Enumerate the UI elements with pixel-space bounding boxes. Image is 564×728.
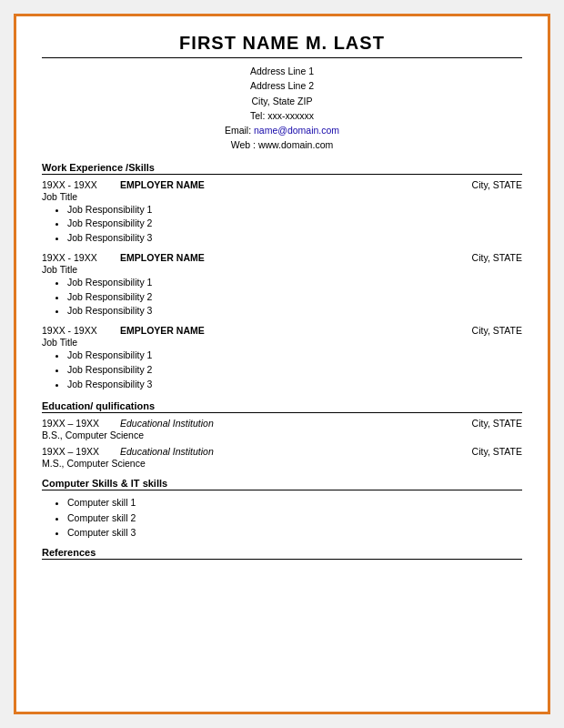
job1-employer: EMPLOYER NAME [120,179,205,190]
edu-entry-1: 19XX – 19XX Educational Institution City… [42,418,522,440]
list-item: Job Responsibility 3 [67,231,522,246]
edu-line-2: 19XX – 19XX Educational Institution City… [42,446,522,457]
job2-employer: EMPLOYER NAME [120,252,205,263]
email-link[interactable]: name@domain.com [254,125,339,136]
list-item: Job Responsibility 3 [67,378,522,392]
job-entry-1: 19XX - 19XX EMPLOYER NAME City, STATE Jo… [42,179,522,246]
list-item: Job Responsibility 2 [67,290,522,305]
job1-location: City, STATE [472,179,522,190]
computer-skills-header: Computer Skills & IT skills [42,478,522,489]
contact-info: Address Line 1 Address Line 2 City, Stat… [42,64,522,153]
edu-entry-2: 19XX – 19XX Educational Institution City… [42,446,522,469]
web-label: Web : [231,139,256,150]
references-divider [42,559,522,560]
education-header: Education/ qulifications [42,400,522,411]
references-section: References [42,547,522,560]
computer-skills-divider [42,490,522,490]
job-line-1: 19XX - 19XX EMPLOYER NAME City, STATE [42,179,522,190]
job-entry-3: 19XX - 19XX EMPLOYER NAME City, STATE Jo… [42,325,522,391]
job2-dates: 19XX - 19XX [42,252,104,263]
job2-responsibilities: Job Responsibility 1 Job Responsibility … [42,276,522,318]
work-experience-header: Work Experience /Skills [42,162,522,173]
list-item: Job Responsibility 3 [67,304,522,318]
job3-employer: EMPLOYER NAME [120,325,205,336]
list-item: Job Responsibility 2 [67,363,522,378]
job-entry-2: 19XX - 19XX EMPLOYER NAME City, STATE Jo… [42,252,522,318]
job3-dates: 19XX - 19XX [42,325,104,336]
edu2-location: City, STATE [472,446,522,457]
job3-responsibilities: Job Responsibility 1 Job Responsibility … [42,349,522,391]
applicant-name: FIRST NAME M. LAST [42,33,522,54]
address-line2: Address Line 2 [42,78,522,93]
web-value: www.domain.com [258,139,333,150]
job1-dates: 19XX - 19XX [42,179,104,190]
job3-title: Job Title [42,337,522,348]
web-line: Web : www.domain.com [42,137,522,152]
edu1-institution: Educational Institution [120,418,214,429]
edu1-location: City, STATE [472,418,522,429]
job1-responsibilities: Job Responsibility 1 Job Responsibility … [42,203,522,246]
edu1-degree: B.S., Computer Science [42,430,522,440]
tel: Tel: xxx-xxxxxx [42,108,522,123]
name-divider [42,57,522,58]
skills-list: Computer skill 1 Computer skill 2 Comput… [42,495,522,540]
computer-skills-section: Computer Skills & IT skills Computer ski… [42,478,522,540]
edu1-dates: 19XX – 19XX [42,418,104,429]
education-section: Education/ qulifications 19XX – 19XX Edu… [42,400,522,469]
edu2-degree: M.S., Computer Science [42,458,522,469]
email-line: Email: name@domain.com [42,123,522,137]
resume-document: FIRST NAME M. LAST Address Line 1 Addres… [16,16,548,712]
list-item: Computer skill 3 [67,525,522,540]
list-item: Job Responsibility 2 [67,217,522,231]
edu2-dates: 19XX – 19XX [42,446,104,457]
job2-title: Job Title [42,264,522,275]
job-line-3: 19XX - 19XX EMPLOYER NAME City, STATE [42,325,522,336]
email-label: Email: [225,125,251,136]
list-item: Job Responsibility 1 [67,203,522,217]
work-experience-divider [42,174,522,175]
job3-location: City, STATE [472,325,522,336]
work-experience-section: Work Experience /Skills 19XX - 19XX EMPL… [42,162,522,392]
edu2-institution: Educational Institution [120,446,214,457]
job-line-2: 19XX - 19XX EMPLOYER NAME City, STATE [42,252,522,263]
education-divider [42,412,522,413]
job2-location: City, STATE [472,252,522,263]
edu-line-1: 19XX – 19XX Educational Institution City… [42,418,522,429]
list-item: Computer skill 2 [67,511,522,525]
resume-border: FIRST NAME M. LAST Address Line 1 Addres… [14,14,550,714]
list-item: Job Responsibility 1 [67,349,522,363]
address-line1: Address Line 1 [42,64,522,78]
list-item: Computer skill 1 [67,495,522,510]
city-state-zip: City, State ZIP [42,94,522,108]
list-item: Job Responsibility 1 [67,276,522,290]
references-header: References [42,547,522,558]
job1-title: Job Title [42,191,522,202]
